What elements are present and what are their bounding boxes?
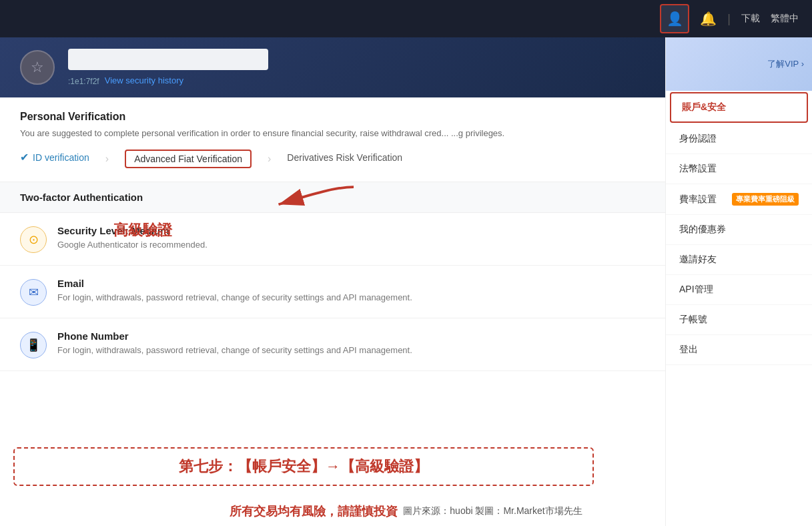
sidebar-item-invite[interactable]: 邀請好友 [666, 245, 812, 275]
email-icon: ✉ [20, 279, 47, 306]
profile-banner: ☆ :1e1:7f2f View security history [0, 37, 665, 97]
email-desc: For login, withdrawals, password retriev… [57, 292, 412, 304]
personal-verification-title: Personal Verification [20, 111, 645, 123]
sidebar-item-api[interactable]: API管理 [666, 275, 812, 305]
avatar: ☆ [20, 50, 55, 85]
phone-desc: For login, withdrawals, password retriev… [57, 344, 412, 356]
sidebar-item-logout[interactable]: 登出 [666, 335, 812, 365]
check-icon: ✔ [20, 151, 29, 164]
sidebar-item-fiat-settings[interactable]: 法幣設置 [666, 154, 812, 184]
sidebar-item-identity-label: 身份認證 [679, 133, 717, 145]
main-layout: ☆ :1e1:7f2f View security history Person… [0, 37, 812, 526]
shield-icon: ⊙ [29, 232, 39, 247]
user-icon[interactable]: 👤 [660, 4, 689, 33]
sidebar-item-coupons-label: 我的優惠券 [679, 224, 726, 236]
lang-selector[interactable]: 繁體中 [771, 13, 799, 25]
sidebar-vip-card: 了解VIP › [666, 37, 812, 91]
view-security-link[interactable]: View security history [105, 75, 183, 85]
phone-name: Phone Number [57, 330, 412, 342]
phone-glyph-icon: 📱 [26, 338, 41, 352]
sidebar-item-api-label: API管理 [679, 284, 713, 296]
sidebar-item-account-security-label: 賬戶&安全 [682, 101, 726, 113]
watermark-bar: 所有交易均有風險，請謹慎投資 圖片來源：huobi 製圖：Mr.Market市場… [0, 503, 812, 519]
envelope-icon: ✉ [29, 285, 39, 300]
advanced-verification-label: 高級驗證 [113, 220, 172, 240]
sidebar-vip-link[interactable]: 了解VIP › [767, 58, 804, 70]
tab-advanced-fiat[interactable]: Advanced Fiat Verification [125, 150, 252, 168]
sidebar-item-subaccount-label: 子帳號 [679, 314, 707, 326]
user-icon-glyph: 👤 [667, 11, 683, 27]
two-factor-section: Two-factor Authentication [0, 182, 665, 213]
watermark-main: 所有交易均有風險，請謹慎投資 [230, 503, 398, 519]
email-item: ✉ Email For login, withdrawals, password… [0, 266, 665, 318]
personal-verification-desc: You are suggested to complete personal v… [20, 127, 645, 140]
phone-item: 📱 Phone Number For login, withdrawals, p… [0, 318, 665, 371]
sidebar-item-fee-settings[interactable]: 費率設置 專業費率重磅阻級 [666, 184, 812, 215]
security-level-icon: ⊙ [20, 226, 47, 253]
tab-id-label: ID verification [33, 152, 89, 163]
profile-info: :1e1:7f2f View security history [68, 49, 645, 86]
two-factor-title: Two-factor Authentication [20, 192, 645, 203]
sidebar-item-account-security[interactable]: 賬戶&安全 [670, 92, 808, 123]
email-info: Email For login, withdrawals, password r… [57, 278, 412, 304]
sidebar-item-fee-label: 費率設置 [679, 194, 717, 206]
header: 👤 🔔 | 下載 繁體中 [0, 0, 812, 37]
annotation-box: 第七步：【帳戶安全】→【高級驗證】 [13, 447, 594, 486]
sidebar-item-coupons[interactable]: 我的優惠券 [666, 215, 812, 245]
sidebar-item-subaccount[interactable]: 子帳號 [666, 305, 812, 335]
profile-input-bar[interactable] [68, 49, 268, 70]
header-divider: | [727, 12, 731, 26]
watermark-source: 圖片來源：huobi 製圖：Mr.Market市場先生 [403, 505, 582, 517]
phone-icon: 📱 [20, 332, 47, 358]
sidebar-item-fiat-label: 法幣設置 [679, 163, 717, 175]
sidebar-item-logout-label: 登出 [679, 344, 698, 356]
fee-badge: 專業費率重磅阻級 [732, 193, 799, 206]
bell-icon[interactable]: 🔔 [700, 11, 717, 27]
security-level-desc: Google Authenticator is recommended. [57, 239, 208, 251]
email-name: Email [57, 278, 412, 289]
tab-derivatives-label: Derivatives Risk Verification [287, 152, 402, 163]
tab-id-verification[interactable]: ✔ ID verification [20, 151, 89, 166]
avatar-icon: ☆ [31, 59, 44, 76]
security-level-item: ⊙ Security Level: Medium Google Authenti… [0, 213, 665, 266]
personal-verification-section: Personal Verification You are suggested … [0, 97, 665, 182]
tab-separator-2: › [268, 153, 271, 165]
verification-tabs: ✔ ID verification › Advanced Fiat Verifi… [20, 150, 645, 168]
tab-advanced-label: Advanced Fiat Verification [134, 154, 242, 164]
right-sidebar: 了解VIP › 賬戶&安全 身份認證 法幣設置 費率設置 專業費率重磅阻級 [665, 37, 812, 526]
sidebar-menu: 賬戶&安全 身份認證 法幣設置 費率設置 專業費率重磅阻級 我的優惠券 邀請好友 [666, 92, 812, 365]
sidebar-item-identity[interactable]: 身份認證 [666, 124, 812, 154]
content-area: ☆ :1e1:7f2f View security history Person… [0, 37, 665, 526]
tab-separator-1: › [105, 153, 109, 165]
phone-info: Phone Number For login, withdrawals, pas… [57, 330, 412, 356]
tab-derivatives[interactable]: Derivatives Risk Verification [287, 152, 402, 166]
sidebar-item-invite-label: 邀請好友 [679, 254, 717, 266]
uid-label: :1e1:7f2f [68, 77, 99, 86]
download-link[interactable]: 下載 [741, 13, 760, 25]
annotation-step-text: 第七步：【帳戶安全】→【高級驗證】 [28, 457, 579, 477]
